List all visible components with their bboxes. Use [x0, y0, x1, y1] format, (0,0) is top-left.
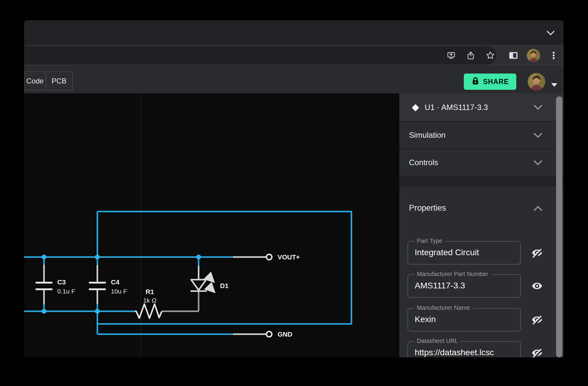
tab-pcb-label: PCB [52, 77, 66, 85]
chevron-down-icon[interactable] [533, 105, 543, 111]
wire-loop[interactable] [97, 212, 351, 324]
chevron-down-icon[interactable] [533, 133, 543, 139]
section-controls-label: Controls [409, 149, 438, 176]
vout-net-label: VOUT+ [278, 253, 300, 261]
tab-search-chevron-icon[interactable] [546, 30, 556, 37]
field-manufacturer-name-input[interactable]: Kexin [415, 309, 518, 330]
download-icon[interactable] [446, 50, 457, 61]
tab-code-label: Code [26, 77, 43, 85]
led-arrow-icon [208, 276, 213, 281]
share-button-label: SHARE [483, 78, 509, 86]
chevron-down-icon[interactable] [533, 160, 543, 166]
d1-ref-label: D1 [220, 282, 228, 290]
component-resistor-r1[interactable]: R1 1k Ω [135, 288, 199, 318]
section-properties-label: Properties [409, 197, 446, 218]
share-page-icon[interactable] [465, 50, 476, 61]
field-datasheet-url[interactable]: Datasheet URL https://datasheet.lcsc [407, 341, 521, 357]
share-button[interactable]: SHARE [464, 74, 516, 90]
field-part-type[interactable]: Part Type Integrated Circuit [407, 241, 521, 265]
inspector-panel: U1 · AMS1117-3.3 Simulation Controls [399, 93, 564, 357]
component-diamond-icon [412, 104, 419, 111]
eye-off-icon[interactable] [531, 314, 543, 326]
bookmark-star-icon[interactable] [485, 50, 496, 61]
section-simulation-label: Simulation [409, 122, 445, 149]
section-properties[interactable]: Properties [399, 197, 564, 218]
browser-window: Code PCB SHARE [24, 20, 564, 357]
terminal-gnd[interactable]: GND [233, 331, 292, 338]
c4-value-label: 10u F [111, 288, 127, 295]
component-header[interactable]: U1 · AMS1117-3.3 [399, 93, 564, 122]
browser-tab-strip [24, 20, 564, 45]
component-title: U1 · AMS1117-3.3 [425, 93, 488, 121]
c3-value-label: 0.1u F [57, 288, 75, 295]
screenshot-stage: Code PCB SHARE [0, 0, 588, 386]
account-dropdown-caret-icon[interactable] [551, 83, 557, 87]
eye-icon[interactable] [531, 280, 543, 292]
field-mpn-input[interactable]: AMS1117-3.3 [415, 275, 518, 297]
tab-pcb[interactable]: PCB [46, 71, 73, 91]
app-user-avatar[interactable] [528, 73, 545, 90]
section-controls[interactable]: Controls [399, 149, 564, 177]
component-capacitor-c3[interactable]: C3 0.1u F [36, 265, 75, 304]
terminal-vout[interactable]: VOUT+ [233, 253, 300, 261]
address-bar[interactable] [24, 46, 496, 65]
component-capacitor-c4[interactable]: C4 10u F [89, 265, 127, 304]
r1-ref-label: R1 [146, 288, 154, 296]
eye-off-icon[interactable] [531, 247, 543, 259]
panel-scrollbar-thumb[interactable] [556, 96, 562, 357]
led-arrow-icon [208, 286, 213, 291]
field-part-type-input[interactable]: Integrated Circuit [415, 242, 518, 263]
field-mpn[interactable]: Manufacturer Part Number AMS1117-3.3 [407, 274, 521, 298]
browser-toolbar [24, 45, 564, 65]
main-content: C3 0.1u F C4 10u F [24, 93, 564, 357]
section-simulation[interactable]: Simulation [399, 122, 564, 149]
browser-profile-avatar[interactable] [527, 49, 540, 62]
component-led-d1[interactable]: D1 [190, 266, 228, 311]
eye-off-icon[interactable] [531, 347, 543, 357]
lock-icon [471, 77, 480, 87]
side-panel-icon[interactable] [508, 50, 519, 61]
net-wires[interactable] [24, 212, 351, 334]
gnd-net-label: GND [278, 331, 292, 338]
schematic-canvas[interactable]: C3 0.1u F C4 10u F [24, 93, 399, 357]
c3-ref-label: C3 [57, 278, 66, 286]
field-manufacturer-name[interactable]: Manufacturer Name Kexin [407, 308, 521, 331]
editor-view-tabs: Code PCB [24, 71, 73, 91]
r1-value-label: 1k Ω [143, 297, 156, 304]
browser-menu-kebab-icon[interactable] [548, 50, 559, 61]
collapsed-section-strip [399, 177, 564, 186]
c4-ref-label: C4 [111, 278, 120, 286]
tab-code[interactable]: Code [24, 71, 46, 91]
chevron-up-icon[interactable] [533, 205, 543, 211]
field-datasheet-url-input[interactable]: https://datasheet.lcsc [415, 342, 518, 357]
app-toolbar: Code PCB SHARE [24, 65, 564, 93]
